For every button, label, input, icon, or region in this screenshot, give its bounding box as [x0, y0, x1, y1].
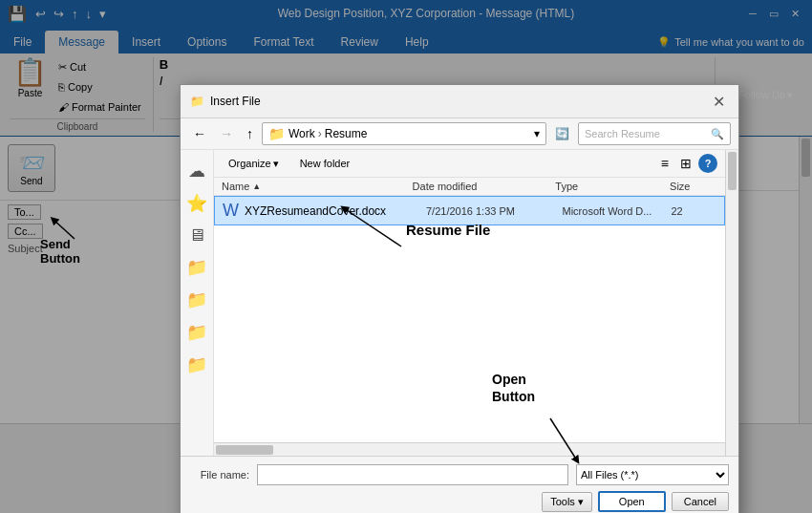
sidebar-folder3-icon[interactable]: 📁: [183, 319, 210, 346]
column-type[interactable]: Type: [555, 181, 670, 192]
dialog-footer: File name: All Files (*.*) Tools ▾ Open …: [181, 456, 738, 513]
file-list-header: Name ▲ Date modified Type Size: [214, 178, 725, 196]
large-icon-view-button[interactable]: ⊞: [675, 153, 696, 174]
forward-button[interactable]: →: [215, 123, 238, 144]
h-scrollbar[interactable]: [214, 442, 725, 456]
dialog-toolbar: ← → ↑ 📁 Work › Resume ▾ 🔄 Search Resume …: [181, 118, 738, 150]
insert-file-dialog: 📁 Insert File ✕ ← → ↑ 📁 Work › Resume ▾ …: [180, 84, 739, 513]
breadcrumb[interactable]: 📁 Work › Resume ▾: [262, 122, 546, 145]
back-button[interactable]: ←: [188, 123, 211, 144]
dialog-scroll-thumb: [728, 152, 737, 190]
organize-button[interactable]: Organize ▾: [222, 155, 286, 173]
tools-dropdown-icon: ▾: [578, 496, 584, 508]
tools-button[interactable]: Tools ▾: [542, 492, 592, 512]
filename-row: File name: All Files (*.*): [190, 464, 729, 485]
dialog-title: 📁 Insert File: [190, 95, 261, 108]
sidebar-folder1-icon[interactable]: 📁: [183, 254, 210, 281]
folder-icon: 📁: [190, 95, 204, 108]
filetype-select[interactable]: All Files (*.*): [576, 464, 729, 485]
sidebar-folder2-icon[interactable]: 📁: [183, 287, 210, 313]
help-button[interactable]: ?: [698, 154, 717, 173]
breadcrumb-resume[interactable]: Resume: [325, 127, 368, 140]
file-toolbar: Organize ▾ New folder ≡ ⊞ ?: [214, 150, 725, 178]
file-name: XYZResumeandCover.docx: [245, 204, 426, 218]
column-size[interactable]: Size: [670, 181, 717, 192]
open-button[interactable]: Open: [598, 491, 666, 512]
breadcrumb-work[interactable]: Work: [288, 127, 315, 140]
name-sort-icon: ▲: [252, 182, 261, 191]
sidebar-star-icon[interactable]: ⭐: [183, 190, 210, 217]
filename-input[interactable]: [257, 464, 568, 485]
search-placeholder: Search Resume: [585, 128, 660, 139]
dialog-title-bar: 📁 Insert File ✕: [181, 85, 738, 118]
file-type: Microsoft Word D...: [563, 205, 672, 217]
sidebar-desktop-icon[interactable]: 🖥: [185, 223, 208, 248]
dialog-sidebar: ☁ ⭐ 🖥 📁 📁 📁 📁: [181, 150, 214, 456]
file-toolbar-left: Organize ▾ New folder: [222, 155, 356, 173]
h-scroll-thumb: [216, 445, 273, 455]
file-list: W XYZResumeandCover.docx 7/21/2016 1:33 …: [214, 196, 725, 442]
refresh-button[interactable]: 🔄: [550, 124, 574, 143]
word-doc-icon: W: [223, 201, 239, 221]
new-folder-button[interactable]: New folder: [293, 155, 357, 172]
column-name[interactable]: Name ▲: [222, 181, 413, 192]
footer-buttons: Tools ▾ Open Cancel: [190, 491, 729, 512]
cancel-button[interactable]: Cancel: [672, 492, 729, 511]
file-area: Organize ▾ New folder ≡ ⊞ ? Name ▲ Date …: [214, 150, 725, 456]
dialog-body: ☁ ⭐ 🖥 📁 📁 📁 📁 Organize ▾ New folder: [181, 150, 738, 456]
organize-dropdown-icon: ▾: [273, 158, 279, 170]
search-box[interactable]: Search Resume 🔍: [578, 122, 731, 145]
up-dir-button[interactable]: ↑: [242, 123, 258, 144]
sidebar-cloud-icon[interactable]: ☁: [185, 158, 208, 184]
details-view-button[interactable]: ≡: [656, 153, 673, 174]
file-date: 7/21/2016 1:33 PM: [426, 205, 563, 217]
breadcrumb-sep-1: ›: [318, 127, 322, 140]
dialog-close-button[interactable]: ✕: [708, 91, 729, 112]
view-buttons: ≡ ⊞ ?: [656, 153, 717, 174]
folder-icon-breadcrumb: 📁: [268, 126, 285, 141]
column-date[interactable]: Date modified: [413, 181, 556, 192]
dialog-v-scrollbar[interactable]: [725, 150, 738, 456]
breadcrumb-dropdown-icon[interactable]: ▾: [534, 127, 540, 140]
search-icon: 🔍: [711, 128, 724, 140]
file-size: 22: [672, 205, 717, 217]
file-row[interactable]: W XYZResumeandCover.docx 7/21/2016 1:33 …: [214, 196, 725, 225]
sidebar-folder4-icon[interactable]: 📁: [183, 352, 210, 378]
filename-label: File name:: [190, 469, 249, 481]
